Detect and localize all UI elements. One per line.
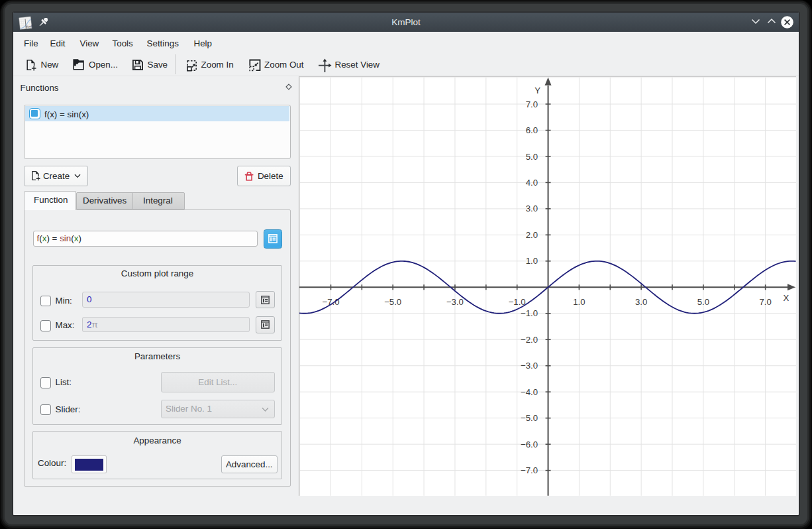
svg-text:3.0: 3.0 <box>525 204 537 213</box>
svg-text:5.0: 5.0 <box>697 297 709 307</box>
svg-text:−3.0: −3.0 <box>521 361 538 371</box>
svg-text:−3.0: −3.0 <box>446 297 463 307</box>
svg-text:1.0: 1.0 <box>573 297 585 307</box>
svg-text:5.0: 5.0 <box>525 151 537 161</box>
svg-text:−5.0: −5.0 <box>384 297 401 307</box>
svg-text:4.0: 4.0 <box>525 178 537 188</box>
svg-text:−4.0: −4.0 <box>521 386 538 396</box>
svg-text:X: X <box>783 292 789 302</box>
svg-text:Y: Y <box>534 85 540 95</box>
svg-text:−2.0: −2.0 <box>521 334 538 344</box>
svg-text:7.0: 7.0 <box>759 297 771 307</box>
svg-text:3.0: 3.0 <box>634 297 646 307</box>
svg-text:1.0: 1.0 <box>525 256 537 266</box>
svg-text:2.0: 2.0 <box>525 229 537 239</box>
svg-text:−6.0: −6.0 <box>521 439 538 449</box>
svg-text:7.0: 7.0 <box>525 99 537 109</box>
svg-text:−7.0: −7.0 <box>521 465 538 475</box>
svg-text:−7.0: −7.0 <box>322 297 339 307</box>
svg-text:6.0: 6.0 <box>525 125 537 135</box>
svg-text:−5.0: −5.0 <box>521 413 538 423</box>
svg-text:−1.0: −1.0 <box>521 308 538 318</box>
